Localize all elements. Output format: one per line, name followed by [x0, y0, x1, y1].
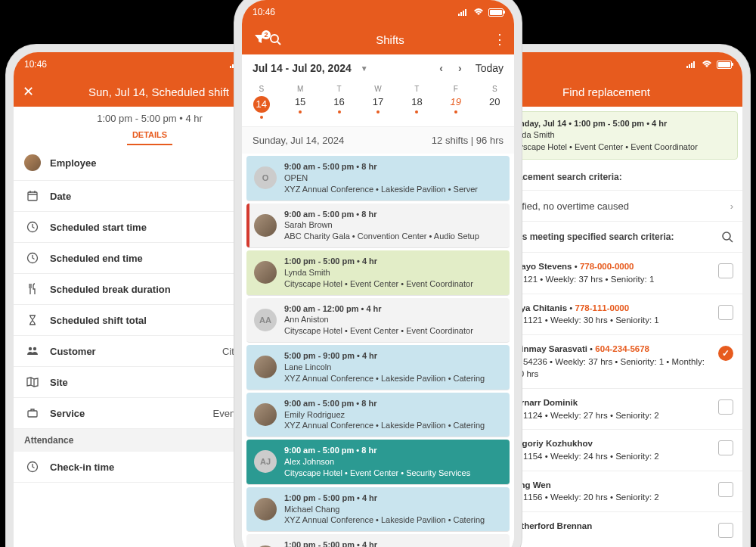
- employee-details: ID: 54236 • Weekly: 37 hrs • Seniority: …: [510, 356, 718, 381]
- card-meta: Cityscape Hotel • Event Center • Event C…: [509, 141, 698, 153]
- shift-card[interactable]: 5:00 pm - 9:00 pm • 4 hrLane LincolnXYZ …: [246, 345, 510, 390]
- shift-card[interactable]: 9:00 am - 5:00 pm • 8 hrSarah BrownABC C…: [246, 204, 510, 249]
- clock-icon: [24, 221, 41, 233]
- avatar: [254, 261, 277, 284]
- status-time: 10:46: [253, 7, 275, 17]
- day-stats: 12 shifts | 96 hrs: [432, 135, 503, 146]
- svg-rect-19: [693, 61, 695, 68]
- prev-week-icon[interactable]: ‹: [432, 62, 451, 74]
- detail-label: Site: [50, 377, 235, 388]
- calendar-icon: [24, 190, 41, 202]
- employee-details: ID: 121 • Weekly: 37 hrs • Seniority: 1: [510, 273, 718, 286]
- shift-meta: Cityscape Hotel • Event Center • Event C…: [284, 325, 473, 337]
- employee-name: Grigoriy Kozhukhov: [510, 439, 593, 448]
- clock-icon: [24, 461, 41, 473]
- avatar: [24, 154, 41, 171]
- shift-meta: Cityscape Hotel • Event Center • Event C…: [284, 278, 473, 290]
- detail-label: Customer: [50, 346, 222, 357]
- tab-details[interactable]: DETAILS: [127, 130, 172, 145]
- date-range-label[interactable]: Jul 14 - Jul 20, 2024: [253, 62, 352, 74]
- detail-label: Service: [50, 408, 213, 419]
- weekday-cell[interactable]: M15: [280, 82, 319, 126]
- employee-phone: 604-234-5678: [595, 344, 649, 353]
- detail-label: Scheduled end time: [50, 253, 256, 264]
- detail-label: Date: [50, 191, 243, 202]
- battery-icon: [488, 8, 503, 17]
- chevron-right-icon: ›: [730, 200, 733, 212]
- shift-card[interactable]: 1:00 pm - 5:00 pm • 4 hrAmanda LeeABC Ch…: [246, 534, 510, 547]
- avatar: [254, 356, 277, 378]
- shift-name: Lane Lincoln: [284, 362, 485, 373]
- date-range-selector: Jul 14 - Jul 20, 2024 ▼ ‹ › Today: [242, 54, 514, 82]
- shift-card[interactable]: AJ9:00 am - 5:00 pm • 8 hrAlex JohnsonCi…: [246, 440, 510, 485]
- shift-card[interactable]: 1:00 pm - 5:00 pm • 4 hrMichael ChangXYZ…: [246, 487, 510, 533]
- svg-rect-18: [691, 63, 692, 68]
- search-icon[interactable]: [269, 33, 290, 45]
- map-icon: [24, 376, 41, 388]
- weekday-cell[interactable]: W17: [358, 82, 397, 126]
- shift-meta: ABC Charity Gala • Convention Center • A…: [284, 231, 479, 242]
- dropdown-icon[interactable]: ▼: [361, 64, 368, 73]
- checkbox[interactable]: [718, 440, 733, 455]
- shift-time: 1:00 pm - 5:00 pm • 4 hr: [284, 493, 485, 504]
- shift-card[interactable]: AA9:00 am - 12:00 pm • 4 hrAnn AnistonCi…: [246, 298, 510, 343]
- shift-name: Alex Johnson: [284, 456, 470, 468]
- checkbox[interactable]: [718, 263, 733, 278]
- weekday-cell[interactable]: S14: [242, 82, 280, 126]
- menu-icon[interactable]: ⋮: [490, 31, 505, 48]
- weekday-cell[interactable]: F19: [436, 82, 475, 126]
- avatar: O: [254, 166, 277, 189]
- checkbox-checked-icon[interactable]: [718, 346, 733, 361]
- shift-meta: XYZ Annual Conference • Lakeside Pavilio…: [284, 514, 485, 526]
- shift-name: Lynda Smith: [284, 267, 473, 278]
- wifi-icon: [702, 61, 712, 68]
- svg-point-8: [33, 347, 36, 350]
- checkbox[interactable]: [718, 482, 733, 497]
- avatar: [254, 498, 277, 521]
- shift-card[interactable]: 9:00 am - 5:00 pm • 8 hrEmily RodriguezX…: [246, 393, 510, 438]
- card-name: Lynda Smith: [509, 129, 698, 141]
- svg-point-7: [29, 347, 32, 350]
- shift-card[interactable]: 1:00 pm - 5:00 pm • 4 hrLynda SmithCitys…: [246, 250, 510, 296]
- day-header: Sunday, Jul 14, 2024 12 shifts | 96 hrs: [242, 127, 514, 154]
- signal-icon: [458, 8, 469, 16]
- shift-card[interactable]: O9:00 am - 5:00 pm • 8 hrOPENXYZ Annual …: [246, 156, 510, 201]
- svg-point-15: [271, 35, 278, 42]
- shift-meta: XYZ Annual Conference • Lakeside Pavilio…: [284, 184, 478, 195]
- avatar: [254, 214, 277, 237]
- checkbox[interactable]: [718, 523, 733, 538]
- clock-icon: [24, 252, 41, 264]
- checkbox[interactable]: [718, 305, 733, 320]
- briefcase-icon: [24, 407, 41, 419]
- employee-details: ID: 1124 • Weekly: 27 hrs • Seniority: 2: [510, 409, 718, 422]
- filter-icon[interactable]: 2: [251, 33, 269, 45]
- svg-rect-17: [689, 64, 690, 68]
- shift-name: Ann Aniston: [284, 314, 473, 325]
- status-time: 10:46: [24, 59, 47, 70]
- weekday-cell[interactable]: T18: [398, 82, 436, 126]
- shift-time: 1:00 pm - 5:00 pm • 4 hr: [284, 539, 479, 547]
- svg-rect-4: [28, 192, 37, 200]
- svg-rect-9: [28, 411, 37, 417]
- employee-phone: 778-111-0000: [575, 303, 629, 312]
- weekday-cell[interactable]: S20: [476, 82, 514, 126]
- shift-meta: XYZ Annual Conference • Lakeside Pavilio…: [284, 420, 485, 431]
- employee-details: ID: 1154 • Weekly: 24 hrs • Seniority: 2: [510, 450, 718, 463]
- checkbox[interactable]: [718, 399, 733, 415]
- status-stripe: [246, 204, 249, 248]
- avatar: [254, 403, 277, 426]
- title-bar: 2 Shifts ⋮: [242, 24, 514, 54]
- shift-time: 9:00 am - 5:00 pm • 8 hr: [284, 445, 470, 456]
- today-button[interactable]: Today: [469, 62, 503, 74]
- next-week-icon[interactable]: ›: [451, 62, 469, 74]
- search-icon[interactable]: [721, 231, 733, 243]
- phone-shifts-list: 10:46 2 Shifts ⋮ Jul 14 - Jul 20, 2024 ▼…: [234, 0, 522, 547]
- signal-icon: [686, 61, 697, 68]
- weekday-cell[interactable]: T16: [320, 82, 358, 126]
- svg-rect-11: [458, 14, 460, 16]
- svg-rect-14: [465, 9, 466, 16]
- weekday-strip: S14M15T16W17T18F19S20: [242, 82, 514, 127]
- close-icon[interactable]: ✕: [23, 83, 41, 100]
- shift-meta: Cityscape Hotel • Event Center • Securit…: [284, 468, 470, 479]
- employee-details: ID: 1156 • Weekly: 20 hrs • Seniority: 2: [510, 491, 718, 504]
